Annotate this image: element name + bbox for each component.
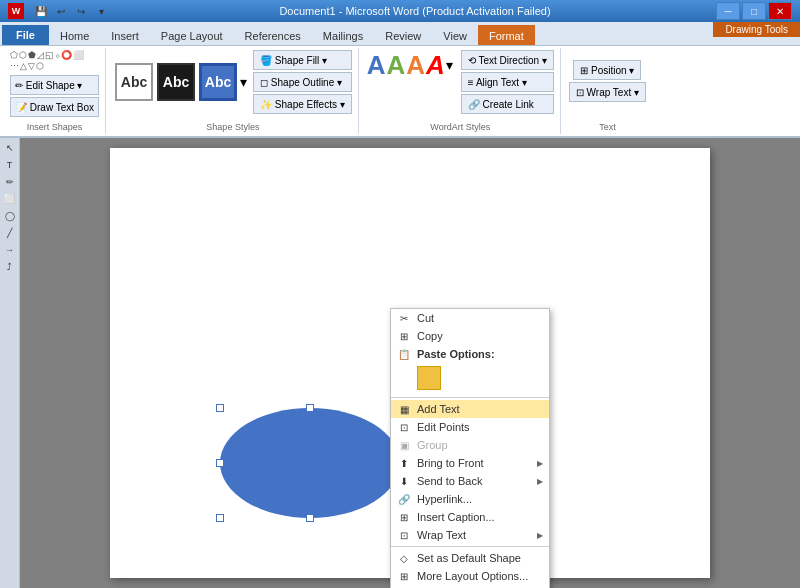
undo-button[interactable]: ↩ [52, 2, 70, 20]
paste-icon-row [391, 363, 549, 395]
send-back-icon: ⬇ [396, 473, 412, 489]
shape-style-blue[interactable]: Abc [199, 63, 237, 101]
save-button[interactable]: 💾 [32, 2, 50, 20]
quick-access-toolbar: 💾 ↩ ↪ ▾ [28, 0, 114, 22]
menu-cut[interactable]: ✂ Cut [391, 309, 549, 327]
tool-cursor[interactable]: ↖ [1, 140, 19, 156]
create-link-button[interactable]: 🔗 Create Link [461, 94, 554, 114]
separator-2 [391, 546, 549, 547]
tool-pencil[interactable]: ✏ [1, 174, 19, 190]
cut-icon: ✂ [396, 310, 412, 326]
shape-styles-content: Abc Abc Abc ▾ 🪣 Shape Fill ▾ ◻ Shape Out… [114, 50, 352, 132]
menu-more-layout[interactable]: ⊞ More Layout Options... [391, 567, 549, 585]
menu-hyperlink[interactable]: 🔗 Hyperlink... [391, 490, 549, 508]
default-shape-icon: ◇ [396, 550, 412, 566]
handle-bot-left[interactable] [216, 514, 224, 522]
shape-container[interactable] [210, 398, 410, 528]
wordart-a3[interactable]: A [406, 52, 425, 78]
shape-ellipse[interactable] [220, 408, 400, 518]
more-layout-icon: ⊞ [396, 568, 412, 584]
wordart-a4[interactable]: A [426, 52, 445, 78]
shape-style-black[interactable]: Abc [157, 63, 195, 101]
wrap-text-icon: ⊡ [396, 527, 412, 543]
tab-view[interactable]: View [432, 25, 478, 45]
tool-shape1[interactable]: ⬜ [1, 191, 19, 207]
tool-line[interactable]: ╱ [1, 225, 19, 241]
tab-home[interactable]: Home [49, 25, 100, 45]
shape-outline-button[interactable]: ◻ Shape Outline ▾ [253, 72, 352, 92]
ribbon: ⬠ ⬡ ⬟ ◿ ◱ ⬦ ⭕ ⬜ ⋯ △ ▽ ⬡ ✏ Edit Shape ▾ [0, 46, 800, 138]
wordart-a1[interactable]: A [367, 52, 386, 78]
tab-mailings[interactable]: Mailings [312, 25, 374, 45]
menu-insert-caption[interactable]: ⊞ Insert Caption... [391, 508, 549, 526]
handle-bot-mid[interactable] [306, 514, 314, 522]
menu-bring-to-front[interactable]: ⬆ Bring to Front ▶ [391, 454, 549, 472]
wordart-expand-button[interactable]: ▾ [446, 57, 453, 73]
shape-fill-button[interactable]: 🪣 Shape Fill ▾ [253, 50, 352, 70]
menu-wrap-text[interactable]: ⊡ Wrap Text ▶ [391, 526, 549, 544]
insert-shapes-content: ⬠ ⬡ ⬟ ◿ ◱ ⬦ ⭕ ⬜ ⋯ △ ▽ ⬡ ✏ Edit Shape ▾ [10, 50, 99, 132]
add-text-icon: ▦ [396, 401, 412, 417]
text-group-label: Text [563, 122, 652, 132]
menu-set-default-shape[interactable]: ◇ Set as Default Shape [391, 549, 549, 567]
customize-qat-button[interactable]: ▾ [92, 2, 110, 20]
window-title: Document1 - Microsoft Word (Product Acti… [114, 5, 716, 17]
wrap-text-button[interactable]: ⊡ Wrap Text ▾ [569, 82, 646, 102]
tab-review[interactable]: Review [374, 25, 432, 45]
handle-mid-left[interactable] [216, 459, 224, 467]
tab-references[interactable]: References [234, 25, 312, 45]
text-group-content: ⊞ Position ▾ ⊡ Wrap Text ▾ [569, 50, 646, 132]
tab-page-layout[interactable]: Page Layout [150, 25, 234, 45]
shape-style-white[interactable]: Abc [115, 63, 153, 101]
bring-front-icon: ⬆ [396, 455, 412, 471]
handle-top-mid[interactable] [306, 404, 314, 412]
tool-connector[interactable]: ⤴ [1, 259, 19, 275]
wrap-text-arrow: ▶ [537, 531, 543, 540]
menu-edit-points[interactable]: ⊡ Edit Points [391, 418, 549, 436]
document-area: ↖ T ✏ ⬜ ◯ ╱ → ⤴ ✂ [0, 138, 800, 588]
edit-points-icon: ⊡ [396, 419, 412, 435]
send-back-arrow: ▶ [537, 477, 543, 486]
page-container: ✂ Cut ⊞ Copy 📋 Paste Options: ▦ Add T [20, 138, 800, 588]
group-icon: ▣ [396, 437, 412, 453]
text-direction-button[interactable]: ⟲ Text Direction ▾ [461, 50, 554, 70]
tab-insert[interactable]: Insert [100, 25, 150, 45]
position-button[interactable]: ⊞ Position ▾ [573, 60, 641, 80]
document-page: ✂ Cut ⊞ Copy 📋 Paste Options: ▦ Add T [110, 148, 710, 578]
tool-text[interactable]: T [1, 157, 19, 173]
close-button[interactable]: ✕ [768, 2, 792, 20]
context-menu: ✂ Cut ⊞ Copy 📋 Paste Options: ▦ Add T [390, 308, 550, 588]
redo-button[interactable]: ↪ [72, 2, 90, 20]
wordart-styles-content: A A A A ▾ ⟲ Text Direction ▾ ≡ Align Tex… [367, 50, 554, 132]
wordart-a2[interactable]: A [386, 52, 405, 78]
tool-arrow[interactable]: → [1, 242, 19, 258]
tool-shape2[interactable]: ◯ [1, 208, 19, 224]
tab-file[interactable]: File [2, 25, 49, 45]
draw-text-box-button[interactable]: 📝 Draw Text Box [10, 97, 99, 117]
menu-copy[interactable]: ⊞ Copy [391, 327, 549, 345]
shapes-grid: ⬠ ⬡ ⬟ ◿ ◱ ⬦ ⭕ ⬜ ⋯ △ ▽ ⬡ [10, 50, 90, 71]
paste-option-icon[interactable] [417, 366, 441, 390]
word-icon: W [8, 3, 24, 19]
menu-group: ▣ Group [391, 436, 549, 454]
menu-paste-options: 📋 Paste Options: [391, 345, 549, 363]
edit-shape-button[interactable]: ✏ Edit Shape ▾ [10, 75, 99, 95]
text-group: ⊞ Position ▾ ⊡ Wrap Text ▾ Text [563, 48, 652, 134]
shape-effects-button[interactable]: ✨ Shape Effects ▾ [253, 94, 352, 114]
minimize-button[interactable]: ─ [716, 2, 740, 20]
separator-1 [391, 397, 549, 398]
align-text-button[interactable]: ≡ Align Text ▾ [461, 72, 554, 92]
copy-icon: ⊞ [396, 328, 412, 344]
shape-styles-label: Shape Styles [108, 122, 358, 132]
title-bar-left: W 💾 ↩ ↪ ▾ [8, 0, 114, 22]
wordart-styles-group: A A A A ▾ ⟲ Text Direction ▾ ≡ Align Tex… [361, 48, 561, 134]
tab-format[interactable]: Format [478, 25, 535, 45]
menu-add-text[interactable]: ▦ Add Text [391, 400, 549, 418]
paste-icon: 📋 [396, 346, 412, 362]
shape-styles-expand-button[interactable]: ▾ [240, 75, 247, 89]
left-toolbar: ↖ T ✏ ⬜ ◯ ╱ → ⤴ [0, 138, 20, 588]
maximize-button[interactable]: □ [742, 2, 766, 20]
menu-send-to-back[interactable]: ⬇ Send to Back ▶ [391, 472, 549, 490]
shape-styles-group: Abc Abc Abc ▾ 🪣 Shape Fill ▾ ◻ Shape Out… [108, 48, 359, 134]
handle-top-left[interactable] [216, 404, 224, 412]
